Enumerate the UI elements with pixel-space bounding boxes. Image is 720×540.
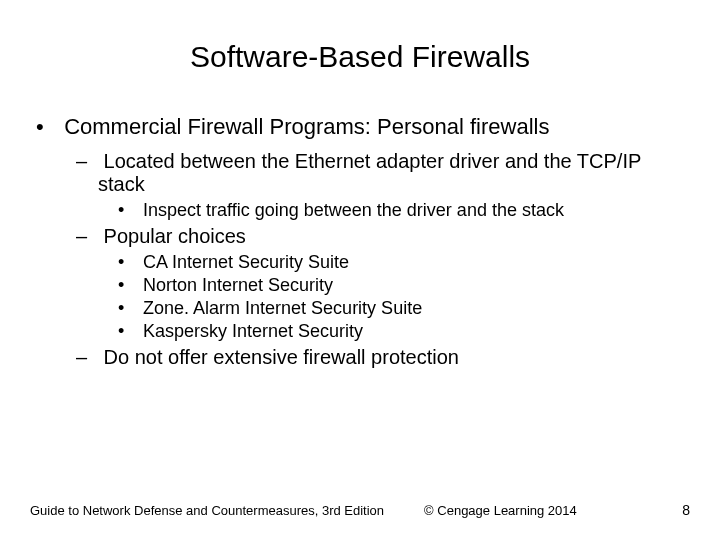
slide-title: Software-Based Firewalls: [30, 40, 690, 74]
page-number: 8: [682, 502, 690, 518]
bullet-text: Zone. Alarm Internet Security Suite: [143, 298, 422, 318]
bullet-lvl2: Located between the Ethernet adapter dri…: [98, 150, 690, 221]
bullet-lvl3: Kaspersky Internet Security: [138, 321, 690, 342]
bullet-sublist: Located between the Ethernet adapter dri…: [58, 150, 690, 369]
bullet-text: Commercial Firewall Programs: Personal f…: [64, 114, 549, 139]
bullet-lvl2: Popular choices CA Internet Security Sui…: [98, 225, 690, 342]
footer: Guide to Network Defense and Countermeas…: [30, 502, 690, 518]
bullet-text: Popular choices: [104, 225, 246, 247]
bullet-lvl3: Inspect traffic going between the driver…: [138, 200, 690, 221]
bullet-text: CA Internet Security Suite: [143, 252, 349, 272]
footer-source: Guide to Network Defense and Countermeas…: [30, 503, 384, 518]
slide: Software-Based Firewalls Commercial Fire…: [0, 0, 720, 540]
bullet-lvl3: Norton Internet Security: [138, 275, 690, 296]
bullet-text: Located between the Ethernet adapter dri…: [98, 150, 641, 195]
bullet-list: Commercial Firewall Programs: Personal f…: [30, 114, 690, 369]
bullet-lvl2: Do not offer extensive firewall protecti…: [98, 346, 690, 369]
bullet-text: Inspect traffic going between the driver…: [143, 200, 564, 220]
bullet-text: Norton Internet Security: [143, 275, 333, 295]
bullet-sublist: Inspect traffic going between the driver…: [98, 200, 690, 221]
bullet-lvl3: CA Internet Security Suite: [138, 252, 690, 273]
bullet-text: Do not offer extensive firewall protecti…: [104, 346, 459, 368]
bullet-sublist: CA Internet Security Suite Norton Intern…: [98, 252, 690, 342]
footer-copyright: © Cengage Learning 2014: [424, 503, 577, 518]
bullet-text: Kaspersky Internet Security: [143, 321, 363, 341]
bullet-lvl3: Zone. Alarm Internet Security Suite: [138, 298, 690, 319]
bullet-lvl1: Commercial Firewall Programs: Personal f…: [58, 114, 690, 369]
